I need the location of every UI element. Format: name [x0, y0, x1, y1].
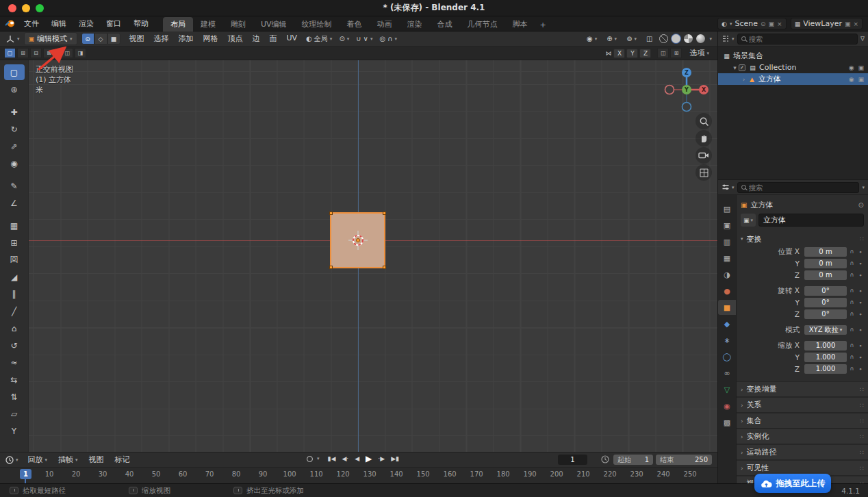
auto-keyframe-toggle[interactable]: [307, 456, 313, 462]
select-extend-button[interactable]: ⊞: [17, 48, 29, 58]
lock-icon[interactable]: ∩: [847, 327, 857, 333]
properties-tab-output[interactable]: ▥: [718, 234, 736, 249]
timeline-ruler[interactable]: 1 11020304050607080901001101201301401501…: [0, 467, 717, 484]
current-frame-field[interactable]: 1: [558, 455, 587, 465]
gizmos-toggle[interactable]: ⊕▾: [604, 35, 620, 42]
menubar-item[interactable]: 渲染: [73, 16, 100, 31]
workspace-tab[interactable]: 雕刻: [223, 17, 253, 31]
options-dropdown[interactable]: 选项 ▾: [689, 48, 709, 58]
workspace-tab[interactable]: 合成: [430, 17, 460, 31]
mirror-axis-x-toggle[interactable]: X: [613, 49, 625, 58]
tool-scale[interactable]: ⇗: [4, 138, 25, 154]
select-mode-face[interactable]: ■: [107, 33, 120, 44]
tool-add-cube[interactable]: ▦: [4, 218, 25, 233]
tool-knife[interactable]: ╱: [4, 303, 25, 319]
timeline-menu-item[interactable]: 视图: [84, 453, 110, 466]
next-keyframe-button[interactable]: ·▶: [375, 455, 387, 463]
properties-tab-physics[interactable]: ◯: [718, 349, 736, 364]
value-field[interactable]: 0°: [804, 286, 847, 296]
pin-icon[interactable]: ⊙: [761, 21, 766, 27]
search-input[interactable]: [749, 183, 856, 192]
zoom-window-button[interactable]: [36, 4, 44, 12]
close-icon[interactable]: ×: [777, 21, 782, 27]
properties-search[interactable]: [737, 182, 860, 193]
checkbox-icon[interactable]: ✓: [739, 64, 745, 71]
gizmo-neg-z-axis[interactable]: [682, 103, 691, 112]
workspace-tab[interactable]: 着色: [340, 17, 370, 31]
lock-icon[interactable]: ∩: [847, 342, 857, 348]
blender-logo-icon[interactable]: [4, 19, 16, 29]
snap-toggle[interactable]: ∪ ∨ ▾: [353, 35, 375, 42]
tool-shear[interactable]: ▱: [4, 406, 25, 422]
camera-view-button[interactable]: [695, 147, 712, 164]
tool-transform[interactable]: ◉: [4, 155, 25, 171]
value-field[interactable]: 1.000: [804, 353, 847, 362]
tool-inset-faces[interactable]: 回: [4, 252, 25, 268]
prev-keyframe-button[interactable]: ◀·: [339, 455, 351, 463]
tool-measure[interactable]: ∠: [4, 195, 25, 211]
animate-dot[interactable]: ∙: [857, 354, 864, 361]
timeline-menu-item[interactable]: 回放▾: [23, 453, 53, 466]
collapsed-section[interactable]: ›变换增量∷: [737, 381, 868, 397]
properties-tab-object[interactable]: ■: [718, 300, 736, 315]
tool-shrink-fatten[interactable]: ⇅: [4, 389, 25, 405]
viewport-menu-item[interactable]: 视图: [125, 31, 149, 46]
tool-bevel[interactable]: ◢: [4, 269, 25, 285]
pin-icon[interactable]: ⊙: [858, 201, 864, 209]
animate-dot[interactable]: ∙: [857, 311, 864, 318]
tool-cursor[interactable]: ⊕: [4, 81, 25, 97]
vertex-handle[interactable]: [329, 212, 333, 215]
value-field[interactable]: 0 m: [804, 247, 847, 257]
eye-icon[interactable]: ◉: [849, 76, 854, 83]
playhead[interactable]: 1: [20, 469, 31, 479]
tool-annotate[interactable]: ✎: [4, 178, 25, 194]
workspace-tab[interactable]: 布局: [163, 17, 193, 31]
tool-rip-region[interactable]: Y: [4, 423, 25, 439]
properties-tab-material[interactable]: ◉: [718, 398, 736, 413]
frame-start-field[interactable]: 起始 1: [613, 455, 653, 465]
timeline-menu-item[interactable]: 标记: [110, 453, 136, 466]
outliner-search[interactable]: [737, 34, 858, 44]
tool-select-box[interactable]: ▢: [4, 64, 25, 80]
lock-icon[interactable]: ∩: [847, 366, 857, 372]
editor-type-button[interactable]: ▾: [722, 183, 735, 191]
animate-dot[interactable]: ∙: [857, 327, 864, 333]
vertex-handle[interactable]: [329, 266, 333, 269]
workspace-tab[interactable]: 动画: [370, 17, 400, 31]
tool-poly-build[interactable]: ⌂: [4, 320, 25, 336]
lock-icon[interactable]: ∩: [847, 354, 857, 360]
select-mode-vertex[interactable]: ⊙: [81, 33, 94, 44]
tool-smooth[interactable]: ≈: [4, 355, 25, 370]
workspace-tab[interactable]: 建模: [193, 17, 223, 31]
viewlayer-selector[interactable]: ▦ ViewLayer ▣ ×: [791, 18, 863, 29]
add-workspace-button[interactable]: +: [535, 18, 551, 31]
viewport-3d[interactable]: 正交前视图 (1) 立方体 米 ▢⊕✚↻⇗◉✎∠▦⊞回◢‖╱⌂↺≈⇆⇅▱Y Z …: [0, 60, 717, 452]
workspace-tab[interactable]: 渲染: [400, 17, 430, 31]
workspace-tab[interactable]: UV编辑: [253, 17, 294, 31]
proportional-editing-toggle[interactable]: ◎ ∩ ▾: [376, 35, 400, 42]
play-reverse-button[interactable]: ◀: [352, 455, 362, 463]
animate-dot[interactable]: ∙: [857, 248, 864, 255]
outliner-row[interactable]: ›▲立方体◉▣: [718, 73, 868, 85]
viewport-menu-item[interactable]: UV: [282, 31, 303, 46]
close-window-button[interactable]: [8, 4, 16, 12]
navigation-gizmo[interactable]: Z X Y: [663, 66, 711, 114]
play-button[interactable]: ▶: [363, 453, 374, 464]
tool-loop-cut[interactable]: ‖: [4, 286, 25, 302]
vertex-handle[interactable]: [383, 266, 386, 269]
animate-dot[interactable]: ∙: [857, 272, 864, 279]
tool-extrude-region[interactable]: ⊞: [4, 235, 25, 251]
minimize-window-button[interactable]: [22, 4, 30, 12]
toggle-xray-toggle[interactable]: ◫: [643, 35, 655, 42]
new-viewlayer-button[interactable]: ▣: [845, 21, 851, 27]
gizmo-neg-x-axis[interactable]: [665, 86, 674, 94]
close-icon[interactable]: ×: [853, 21, 858, 27]
scene-selector[interactable]: ◐ ▾ Scene ⊙ ▣ ×: [717, 18, 787, 29]
animate-dot[interactable]: ∙: [857, 342, 864, 349]
workspace-tab[interactable]: 脚本: [505, 17, 535, 31]
overlays-toggle[interactable]: ⊚▾: [624, 35, 639, 42]
outliner-row[interactable]: ▦场景集合: [718, 50, 868, 62]
zoom-button[interactable]: [695, 113, 712, 129]
properties-tab-object-data[interactable]: ▽: [718, 382, 736, 397]
collapsed-section[interactable]: ›关系∷: [737, 397, 868, 413]
